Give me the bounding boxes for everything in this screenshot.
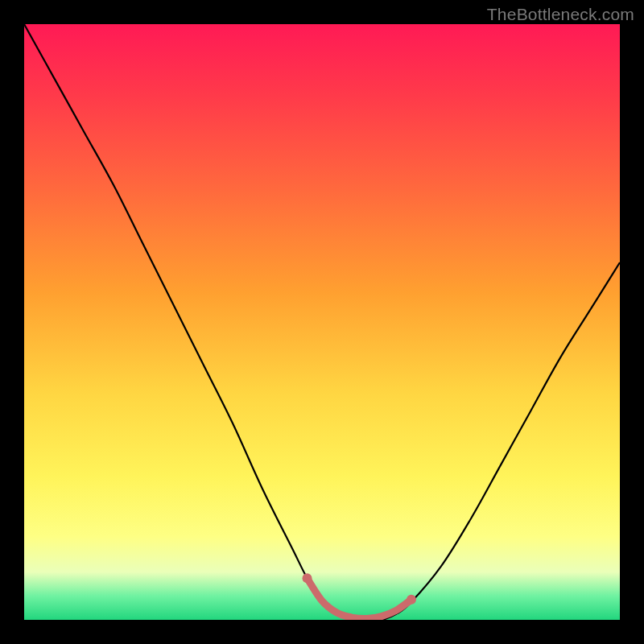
optimal-highlight-path: [308, 578, 412, 618]
bottleneck-chart-svg: [24, 24, 620, 620]
highlight-endpoint-dot: [303, 573, 312, 583]
watermark-text: TheBottleneck.com: [487, 5, 634, 24]
highlight-endpoint-dot: [407, 595, 416, 605]
bottleneck-curve-path: [24, 24, 620, 620]
plot-area: [24, 24, 620, 620]
chart-frame: TheBottleneck.com: [0, 0, 644, 644]
